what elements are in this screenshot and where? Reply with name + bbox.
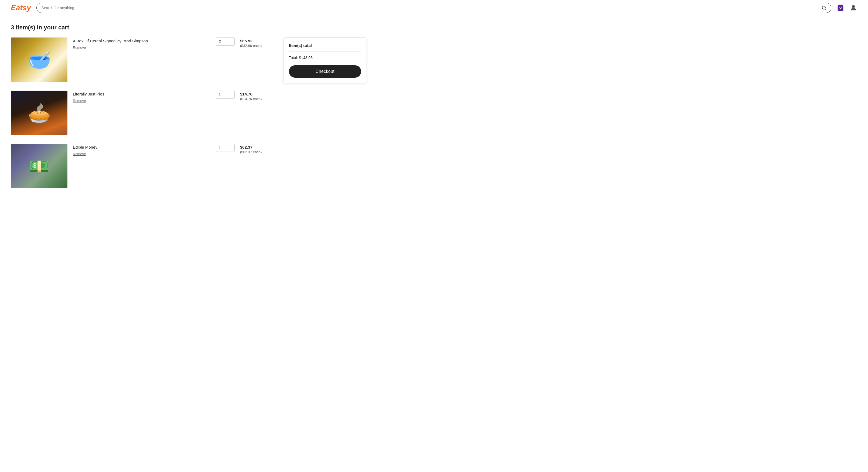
search-input[interactable] bbox=[37, 3, 817, 13]
svg-line-1 bbox=[825, 9, 827, 10]
search-bar bbox=[36, 3, 831, 13]
svg-point-0 bbox=[822, 6, 826, 9]
profile-icon bbox=[850, 4, 857, 11]
remove-button-cereal[interactable]: Remove bbox=[73, 45, 86, 50]
item-name-cereal: A Box Of Cereal Signed By Brad Simpson bbox=[73, 38, 210, 43]
item-total-price-cereal: $65.92 bbox=[240, 38, 273, 43]
item-quantity-pie bbox=[216, 91, 235, 99]
cart-item-pie: Literally Just Pies Remove $14.76 ($14.7… bbox=[11, 91, 273, 135]
item-unit-price-cereal: ($32.96 each) bbox=[240, 44, 273, 48]
quantity-input-cereal[interactable] bbox=[216, 37, 235, 45]
cart-item-cereal: A Box Of Cereal Signed By Brad Simpson R… bbox=[11, 37, 273, 82]
item-unit-price-pie: ($14.76 each) bbox=[240, 97, 273, 101]
search-icon bbox=[822, 5, 827, 10]
header: Eatsy bbox=[0, 0, 868, 16]
summary-header: Item(s) total bbox=[289, 43, 361, 52]
cart-title: 3 Item(s) in your cart bbox=[11, 24, 367, 31]
item-price-block-cereal: $65.92 ($32.96 each) bbox=[240, 37, 273, 48]
checkout-button[interactable]: Checkout bbox=[289, 65, 361, 78]
item-name-money: Edible Money bbox=[73, 145, 210, 150]
item-price-block-money: $62.37 ($62.37 each) bbox=[240, 144, 273, 154]
svg-point-3 bbox=[852, 5, 855, 8]
item-image-cereal bbox=[11, 37, 67, 82]
search-button[interactable] bbox=[817, 3, 831, 13]
remove-button-money[interactable]: Remove bbox=[73, 152, 86, 156]
item-unit-price-money: ($62.37 each) bbox=[240, 150, 273, 154]
remove-button-pie[interactable]: Remove bbox=[73, 99, 86, 103]
profile-icon-button[interactable] bbox=[850, 4, 857, 11]
item-price-block-pie: $14.76 ($14.76 each) bbox=[240, 91, 273, 101]
header-icons bbox=[837, 4, 857, 11]
item-quantity-cereal bbox=[216, 37, 235, 45]
item-image-pie bbox=[11, 91, 67, 135]
item-quantity-money bbox=[216, 144, 235, 152]
item-details-pie: Literally Just Pies Remove bbox=[73, 91, 210, 103]
order-summary: Item(s) total Total: $143.05 Checkout bbox=[283, 37, 367, 83]
item-name-pie: Literally Just Pies bbox=[73, 92, 210, 96]
cart-items-list: A Box Of Cereal Signed By Brad Simpson R… bbox=[11, 37, 273, 197]
quantity-input-money[interactable] bbox=[216, 144, 235, 152]
item-total-price-pie: $14.76 bbox=[240, 92, 273, 96]
cart-icon-button[interactable] bbox=[837, 4, 844, 11]
cart-layout: A Box Of Cereal Signed By Brad Simpson R… bbox=[11, 37, 367, 197]
main-content: 3 Item(s) in your cart A Box Of Cereal S… bbox=[0, 16, 378, 205]
item-total-price-money: $62.37 bbox=[240, 145, 273, 150]
cart-item-money: Edible Money Remove $62.37 ($62.37 each) bbox=[11, 144, 273, 188]
item-details-cereal: A Box Of Cereal Signed By Brad Simpson R… bbox=[73, 37, 210, 50]
cart-icon bbox=[837, 4, 844, 11]
item-image-money bbox=[11, 144, 67, 188]
quantity-input-pie[interactable] bbox=[216, 91, 235, 99]
summary-total: Total: $143.05 bbox=[289, 56, 361, 60]
logo[interactable]: Eatsy bbox=[11, 3, 31, 12]
item-details-money: Edible Money Remove bbox=[73, 144, 210, 156]
